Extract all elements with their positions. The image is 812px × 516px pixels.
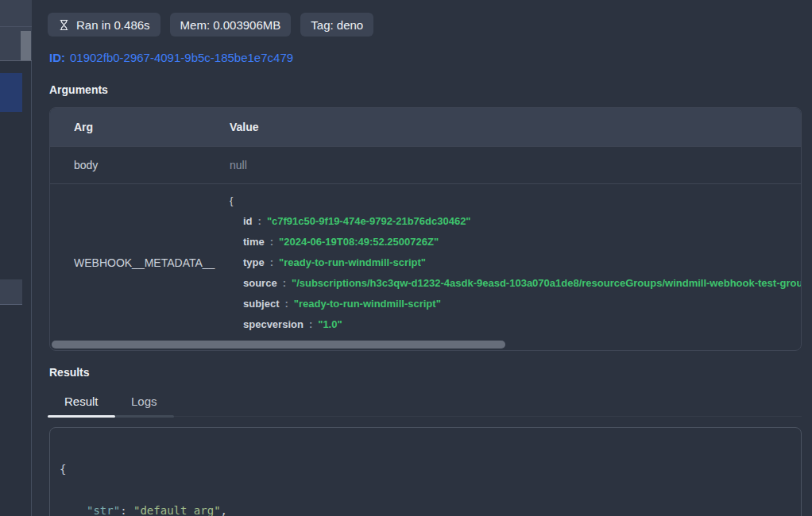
result-json-block: { "str": "default arg", "union": "Hello … <box>49 427 802 516</box>
sidebar-item-partial[interactable] <box>0 279 22 305</box>
sidebar-top-block <box>0 0 32 27</box>
json-entry-source: source:"/subscriptions/h3c3qw-d1232-4asd… <box>230 273 801 294</box>
run-duration-badge: Ran in 0.486s <box>48 13 160 37</box>
horizontal-scrollbar[interactable] <box>50 339 801 350</box>
job-run-detail-page: Ran in 0.486s Mem: 0.003906MB Tag: deno … <box>0 0 812 516</box>
arg-value-null: null <box>230 159 801 171</box>
tab-result[interactable]: Result <box>64 395 99 408</box>
json-entry-subject: subject:"ready-to-run-windmill-script" <box>230 294 801 314</box>
arguments-table-header: Arg Value <box>50 108 801 146</box>
job-id-label: ID: <box>49 51 65 64</box>
sidebar-list-item-partial[interactable] <box>0 27 32 61</box>
job-id-link[interactable]: 01902fb0-2967-4091-9b5c-185be1e7c479 <box>70 51 293 64</box>
horizontal-scrollbar-thumb[interactable] <box>52 341 505 348</box>
run-stats-badges: Ran in 0.486s Mem: 0.003906MB Tag: deno <box>48 13 373 37</box>
arg-name: body <box>50 159 230 171</box>
job-id-line: ID:01902fb0-2967-4091-9b5c-185be1e7c479 <box>49 51 293 64</box>
metadata-json-viewer: { id:"c7f91c50-9f19-474e-9792-21b76dc304… <box>230 184 801 341</box>
run-duration-label: Ran in 0.486s <box>76 18 150 32</box>
results-tabs: Result Logs <box>49 389 802 417</box>
table-row-body: body null <box>50 146 801 183</box>
tab-logs[interactable]: Logs <box>131 395 157 408</box>
json-open-brace: { <box>230 191 801 211</box>
code-open-brace: { <box>60 461 801 477</box>
arg-name: WEBHOOK__METADATA__ <box>50 184 230 341</box>
json-entry-id: id:"c7f91c50-9f19-474e-9792-21b76dc30462… <box>230 211 801 232</box>
value-column-header: Value <box>230 121 801 133</box>
json-entry-specversion: specversion:"1.0" <box>230 314 801 335</box>
arguments-table: Arg Value body null WEBHOOK__METADATA__ … <box>49 107 802 351</box>
sidebar-scrollbar-thumb[interactable] <box>21 31 31 60</box>
json-entry-time: time:"2024-06-19T08:49:52.2500726Z" <box>230 232 801 252</box>
logs-tab-underline <box>115 415 174 418</box>
results-heading: Results <box>49 366 90 379</box>
arg-column-header: Arg <box>50 121 230 133</box>
left-sidebar-strip <box>0 0 32 516</box>
code-line-str: "str": "default arg", <box>60 503 801 516</box>
arguments-heading: Arguments <box>49 83 108 96</box>
table-row-webhook-metadata: WEBHOOK__METADATA__ { id:"c7f91c50-9f19-… <box>50 183 801 341</box>
sidebar-selected-item-partial[interactable] <box>0 73 22 112</box>
tag-label: Tag: deno <box>311 18 363 32</box>
memory-label: Mem: 0.003906MB <box>180 18 281 32</box>
active-tab-underline <box>48 415 115 418</box>
hourglass-icon <box>58 18 70 32</box>
json-entry-type: type:"ready-to-run-windmill-script" <box>230 252 801 273</box>
tag-badge: Tag: deno <box>300 13 373 37</box>
memory-badge: Mem: 0.003906MB <box>170 13 292 37</box>
